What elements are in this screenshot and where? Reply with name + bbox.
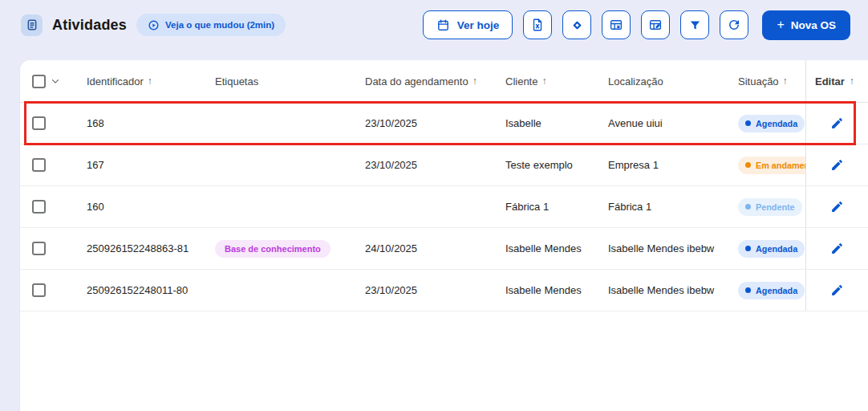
table-edit-icon — [648, 18, 663, 32]
plus-icon: + — [777, 18, 784, 31]
cell-location: Isabelle Mendes ibebw — [608, 284, 738, 296]
row-checkbox[interactable] — [32, 283, 46, 297]
row-checkbox[interactable] — [32, 116, 46, 130]
export-excel-button[interactable] — [523, 10, 552, 39]
filter-icon — [688, 18, 702, 32]
status-dot-icon — [745, 287, 751, 293]
status-badge: Agendada — [738, 282, 805, 299]
cell-client: Fábrica 1 — [505, 201, 608, 213]
cell-date: 24/10/2025 — [365, 242, 505, 254]
cell-status: Agendada — [738, 282, 805, 299]
table-header-row: Identificador ↑ Etiquetas Data do agenda… — [20, 60, 868, 103]
cell-identifier: 250926152248863-81 — [87, 242, 215, 254]
cell-identifier: 168 — [87, 117, 215, 129]
status-dot-icon — [745, 204, 751, 210]
cell-location: Isabelle Mendes ibebw — [608, 242, 738, 254]
column-header-client[interactable]: Cliente ↑ — [505, 75, 608, 87]
view-today-label: Ver hoje — [457, 19, 500, 31]
table-row[interactable]: 250926152248011-80 23/10/2025 Isabelle M… — [20, 270, 868, 311]
cell-identifier: 250926152248011-80 — [87, 284, 215, 296]
row-select-cell — [20, 116, 87, 130]
sort-asc-icon[interactable]: ↑ — [148, 75, 152, 87]
column-header-tags[interactable]: Etiquetas — [215, 75, 365, 87]
row-checkbox[interactable] — [32, 242, 46, 255]
status-badge: Em andamento — [738, 157, 805, 174]
cell-client: Teste exemplo — [505, 159, 608, 171]
calendar-icon — [436, 18, 450, 32]
cell-edit — [805, 186, 868, 227]
cell-status: Em andamento — [738, 157, 805, 174]
select-menu-chevron-icon[interactable] — [50, 75, 61, 87]
cell-status: Agendada — [738, 115, 805, 132]
column-header-identifier[interactable]: Identificador ↑ — [87, 75, 215, 87]
column-header-status[interactable]: Situação ↑ — [738, 75, 805, 87]
row-select-cell — [20, 158, 87, 172]
cell-status: Agendada — [738, 240, 805, 258]
sort-asc-icon[interactable]: ↑ — [850, 75, 854, 87]
table-row[interactable]: 160 Fábrica 1 Fábrica 1 Pendente — [20, 186, 868, 228]
cell-edit — [805, 103, 868, 144]
cell-status: Pendente — [738, 198, 805, 216]
status-dot-icon — [745, 162, 751, 168]
cell-client: Isabelle Mendes — [505, 242, 608, 254]
cell-date: 23/10/2025 — [365, 159, 505, 171]
row-checkbox[interactable] — [32, 158, 46, 172]
play-circle-icon — [148, 19, 160, 31]
diamond-icon — [570, 18, 584, 32]
status-badge: Agendada — [738, 240, 805, 258]
cell-edit — [805, 270, 868, 311]
filter-button[interactable] — [680, 10, 709, 39]
table-export-button[interactable] — [602, 10, 631, 39]
row-checkbox[interactable] — [32, 200, 46, 214]
sort-asc-icon[interactable]: ↑ — [783, 75, 788, 87]
cell-tags: Base de conhecimento — [215, 240, 365, 258]
topbar-left: Atividades Veja o que mudou (2min) — [21, 14, 286, 36]
table-row[interactable]: 168 23/10/2025 Isabelle Avenue uiui Agen… — [20, 103, 868, 144]
cell-edit — [805, 144, 868, 185]
column-header-date[interactable]: Data do agendamento ↑ — [365, 75, 505, 87]
table-row[interactable]: 250926152248863-81 Base de conhecimento … — [20, 228, 868, 270]
sort-asc-icon[interactable]: ↑ — [473, 75, 477, 87]
refresh-button[interactable] — [720, 10, 748, 39]
topbar: Atividades Veja o que mudou (2min) Ver h… — [0, 0, 868, 50]
status-badge: Agendada — [738, 115, 805, 132]
cell-client: Isabelle — [505, 117, 608, 129]
status-badge: Pendente — [738, 198, 802, 216]
select-all-checkbox[interactable] — [32, 75, 46, 88]
table-edit-button[interactable] — [641, 10, 670, 39]
refresh-icon — [727, 18, 741, 32]
cell-identifier: 160 — [87, 201, 215, 213]
cell-location: Fábrica 1 — [608, 201, 738, 213]
edit-button[interactable] — [830, 283, 844, 297]
changelog-label: Veja o que mudou (2min) — [165, 20, 274, 30]
cell-identifier: 167 — [87, 159, 215, 171]
edit-button[interactable] — [830, 242, 844, 255]
sort-asc-icon[interactable]: ↑ — [541, 75, 546, 87]
topbar-right: Ver hoje — [423, 10, 850, 40]
changelog-button[interactable]: Veja o que mudou (2min) — [136, 14, 286, 36]
page-title: Atividades — [52, 17, 127, 34]
tag-pill: Base de conhecimento — [215, 240, 331, 258]
new-os-label: Nova OS — [791, 19, 836, 31]
new-os-button[interactable]: + Nova OS — [762, 10, 850, 40]
edit-button[interactable] — [830, 158, 844, 172]
diamond-button[interactable] — [562, 10, 591, 39]
activities-icon — [21, 14, 43, 36]
cell-client: Isabelle Mendes — [505, 284, 608, 296]
cell-date: 23/10/2025 — [365, 284, 505, 296]
view-today-button[interactable]: Ver hoje — [423, 10, 513, 39]
edit-button[interactable] — [830, 200, 844, 214]
cell-date: 23/10/2025 — [365, 117, 505, 129]
table-export-icon — [609, 18, 623, 32]
column-header-edit[interactable]: Editar ↑ — [805, 60, 868, 102]
cell-edit — [805, 228, 868, 269]
row-select-cell — [20, 200, 87, 214]
activities-table-card: Identificador ↑ Etiquetas Data do agenda… — [20, 60, 868, 411]
cell-location: Avenue uiui — [608, 117, 738, 129]
column-header-location[interactable]: Localização — [608, 75, 738, 87]
excel-file-icon — [530, 18, 545, 32]
cell-location: Empresa 1 — [608, 159, 738, 171]
header-select-cell — [20, 75, 87, 88]
table-row[interactable]: 167 23/10/2025 Teste exemplo Empresa 1 E… — [20, 144, 868, 186]
edit-button[interactable] — [830, 116, 844, 130]
